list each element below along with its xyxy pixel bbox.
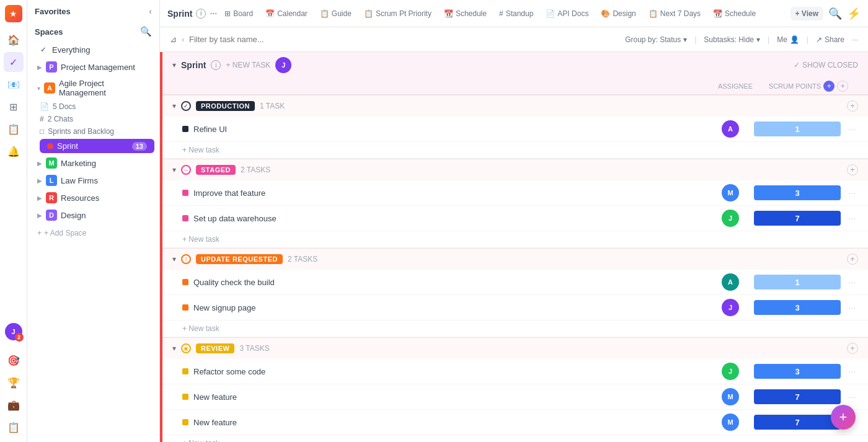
share-button[interactable]: ↗ Share — [816, 35, 844, 44]
resources-icon: R — [46, 192, 57, 203]
table-row[interactable]: Improve that feature M 3 ··· — [162, 180, 868, 206]
clipboard-icon[interactable]: 📋 — [4, 417, 24, 437]
sidebar-item-lawfirms[interactable]: ▶ L Law Firms — [30, 172, 157, 188]
add-view-button[interactable]: + View — [790, 7, 823, 20]
task-more-icon[interactable]: ··· — [846, 392, 858, 402]
sprint-section-title: Sprint — [181, 60, 206, 70]
filter-arrow-icon: › — [182, 35, 184, 44]
agile-icon: A — [44, 82, 55, 94]
add-task-button[interactable]: + New task — [162, 142, 868, 159]
scrum-add-col-icon[interactable]: + — [837, 81, 848, 92]
sidebar-item-design[interactable]: ▶ D Design — [30, 207, 157, 223]
tab-calendar[interactable]: 📅 Calendar — [260, 7, 312, 20]
table-row[interactable]: New feature M 7 ··· — [162, 410, 868, 435]
sidebar-item-docs[interactable]: 📄 5 Docs — [35, 100, 159, 113]
tab-schedule[interactable]: 📆 Schedule — [439, 7, 492, 20]
collapse-icon[interactable]: ‹ — [149, 6, 152, 16]
tab-scrum[interactable]: 📋 Scrum Pt Priority — [359, 7, 436, 20]
show-closed-button[interactable]: ✓ SHOW CLOSED — [794, 61, 858, 69]
sprint-section-header: ▾ Sprint i + NEW TASK J ✓ SHOW CLOSED — [162, 52, 868, 78]
group-production: ▾ ✓ PRODUCTION 1 TASK + Refine UI A — [162, 95, 868, 159]
sidebar-item-chats[interactable]: # 2 Chats — [35, 113, 159, 125]
tab-design[interactable]: 🎨 Design — [596, 7, 640, 20]
group-staged-chevron[interactable]: ▾ — [172, 166, 176, 174]
scrum-points-bar: 1 — [754, 275, 841, 290]
more-filter-icon[interactable]: ··· — [852, 35, 858, 44]
group-review-chevron[interactable]: ▾ — [172, 344, 176, 353]
inbox-icon[interactable]: 📧 — [4, 74, 24, 94]
table-row[interactable]: New signup page J 3 ··· — [162, 295, 868, 320]
more-options-icon[interactable]: ··· — [210, 9, 217, 19]
user-avatar[interactable]: J 2 — [5, 323, 22, 340]
tab-guide[interactable]: 📋 Guide — [315, 7, 356, 20]
grid-icon[interactable]: ⊞ — [4, 97, 24, 117]
task-name-label: New signup page — [193, 303, 707, 312]
task-more-icon[interactable]: ··· — [846, 124, 858, 134]
add-task-button[interactable]: + New task — [162, 231, 868, 248]
docs-icon[interactable]: 📋 — [4, 119, 24, 139]
me-button[interactable]: Me 👤 — [777, 35, 799, 44]
scrum-points-bar: 3 — [754, 300, 841, 315]
task-more-icon[interactable]: ··· — [846, 277, 858, 287]
scrum-points-bar: 7 — [754, 211, 841, 226]
sprint-collapse-icon[interactable]: ▾ — [172, 61, 176, 69]
table-row[interactable]: Refine UI A 1 ··· — [162, 117, 868, 142]
group-production-chevron[interactable]: ▾ — [172, 102, 176, 110]
lightning-icon[interactable]: ⚡ — [847, 7, 861, 20]
api-icon: 📄 — [546, 9, 555, 18]
staged-actions: + — [847, 164, 858, 175]
subtasks-label[interactable]: Subtasks: Hide ▾ — [704, 35, 760, 44]
goal-icon[interactable]: 🎯 — [4, 350, 24, 370]
table-row[interactable]: Set up data warehouse J 7 ··· — [162, 206, 868, 231]
group-by-label[interactable]: Group by: Status ▾ — [625, 35, 687, 44]
filter-input[interactable] — [189, 35, 620, 44]
col-scrum-header: SCRUM POINTS + + — [759, 81, 858, 92]
search-icon[interactable]: 🔍 — [140, 26, 152, 37]
add-task-button[interactable]: + New task — [162, 435, 868, 442]
tab-standup[interactable]: # Standup — [494, 7, 538, 20]
task-more-icon[interactable]: ··· — [846, 188, 858, 198]
task-more-icon[interactable]: ··· — [846, 366, 858, 376]
home-icon[interactable]: 🏠 — [4, 30, 24, 50]
scrum-points-bar: 3 — [754, 364, 841, 379]
scrum-points-bar: 1 — [754, 122, 841, 136]
sidebar-item-sprints[interactable]: □ Sprints and Backlog — [35, 125, 159, 138]
task-more-icon[interactable]: ··· — [846, 213, 858, 223]
bell-icon[interactable]: 🔔 — [4, 141, 24, 161]
tasks-icon[interactable]: ✓ — [4, 52, 24, 72]
tab-next7[interactable]: 📋 Next 7 Days — [644, 7, 706, 20]
briefcase-icon[interactable]: 💼 — [4, 395, 24, 415]
task-more-icon[interactable]: ··· — [846, 303, 858, 312]
table-row[interactable]: Quality check the build A 1 ··· — [162, 270, 868, 295]
task-assignee-avatar: J — [722, 210, 739, 227]
filter-funnel-icon[interactable]: ⊿ — [170, 35, 177, 44]
lawfirms-icon: L — [46, 175, 57, 186]
add-col-icon[interactable]: + — [847, 343, 858, 354]
trophy-icon[interactable]: 🏆 — [4, 373, 24, 392]
sidebar-item-everything[interactable]: ✓ Everything — [30, 42, 157, 58]
add-col-icon[interactable]: + — [847, 254, 858, 265]
agile-subitems: 📄 5 Docs # 2 Chats □ Sprints and Backlog… — [27, 100, 159, 154]
group-update-chevron[interactable]: ▾ — [172, 255, 176, 263]
sidebar-item-marketing[interactable]: ▶ M Marketing — [30, 155, 157, 171]
tab-board[interactable]: ⊞ Board — [219, 7, 258, 20]
sidebar-item-resources[interactable]: ▶ R Resources — [30, 190, 157, 206]
table-row[interactable]: Refactor some code J 3 ··· — [162, 359, 868, 384]
search-nav-icon[interactable]: 🔍 — [828, 7, 842, 20]
add-col-icon[interactable]: + — [847, 100, 858, 112]
tab-api-docs[interactable]: 📄 API Docs — [541, 7, 593, 20]
sidebar-item-project-mgmt[interactable]: ▶ P Project Management — [30, 59, 157, 75]
plus-icon: + — [37, 229, 42, 237]
table-row[interactable]: New feature M 7 ··· — [162, 384, 868, 410]
sidebar-item-agile[interactable]: ▾ A Agile Project Management — [30, 76, 157, 100]
assignee-cell: J — [712, 210, 749, 227]
group-staged: ▾ – STAGED 2 TASKS + Improve that featur… — [162, 159, 868, 248]
scrum-plus-icon[interactable]: + — [823, 81, 835, 92]
sidebar-item-sprint[interactable]: Sprint 13 — [40, 139, 154, 153]
add-col-icon[interactable]: + — [847, 164, 858, 175]
fab-button[interactable]: + — [831, 405, 856, 430]
add-space-button[interactable]: + + Add Space — [27, 224, 159, 242]
tab-schedule2[interactable]: 📆 Schedule — [708, 7, 761, 20]
sprint-add-task[interactable]: + NEW TASK — [226, 61, 270, 69]
add-task-button[interactable]: + New task — [162, 320, 868, 337]
